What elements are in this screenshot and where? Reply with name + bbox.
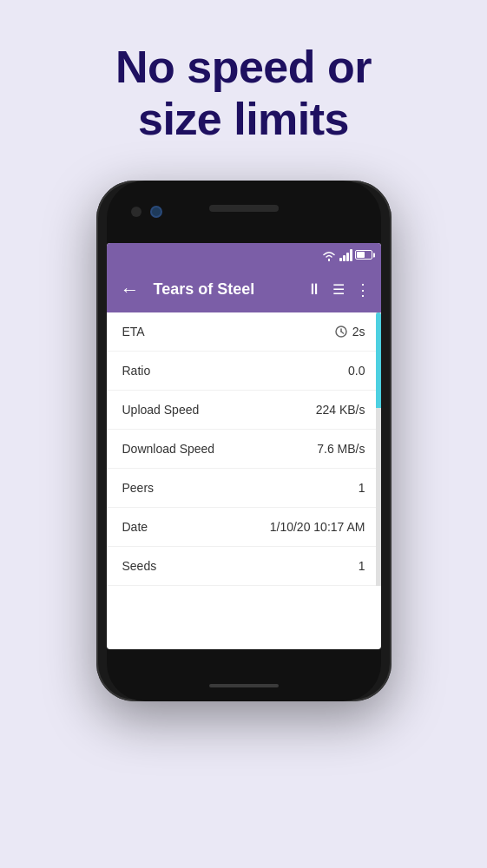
row-label: Download Speed (122, 442, 215, 456)
clock-icon (335, 326, 347, 338)
row-value: 7.6 MB/s (317, 442, 365, 456)
row-label: ETA (122, 325, 145, 339)
row-value: 1/10/20 10:17 AM (270, 520, 365, 534)
table-row: Date1/10/20 10:17 AM (107, 508, 381, 547)
row-label: Ratio (122, 364, 151, 378)
row-label: Date (122, 520, 148, 534)
table-row: Download Speed7.6 MB/s (107, 430, 381, 469)
phone-body: ← Tears of Steel ⏸ ☰ ⋮ ETA 2sRatio0.0Upl… (96, 181, 392, 701)
scroll-bar[interactable] (376, 312, 381, 586)
battery-fill (357, 252, 365, 258)
row-value: 224 KB/s (316, 403, 365, 417)
info-rows-container: ETA 2sRatio0.0Upload Speed224 KB/sDownlo… (107, 312, 381, 586)
back-button[interactable]: ← (117, 277, 143, 303)
app-title: Tears of Steel (154, 280, 296, 299)
signal-icon (339, 249, 352, 261)
row-label: Peers (122, 481, 155, 495)
camera-dot-main (150, 206, 162, 218)
row-label: Upload Speed (122, 403, 200, 417)
table-row: Ratio0.0 (107, 352, 381, 391)
more-button[interactable]: ⋮ (355, 280, 371, 299)
table-row: ETA 2s (107, 312, 381, 352)
content-area: ETA 2sRatio0.0Upload Speed224 KB/sDownlo… (107, 312, 381, 586)
app-bar: ← Tears of Steel ⏸ ☰ ⋮ (107, 267, 381, 312)
camera-dot-small (131, 207, 141, 217)
phone-screen: ← Tears of Steel ⏸ ☰ ⋮ ETA 2sRatio0.0Upl… (107, 243, 381, 649)
headline-text: No speed or size limits (115, 42, 372, 146)
pause-button[interactable]: ⏸ (306, 280, 322, 299)
svg-line-2 (341, 332, 344, 333)
status-icons (321, 249, 372, 261)
table-row: Peers1 (107, 469, 381, 508)
table-row: Seeds1 (107, 547, 381, 586)
battery-icon (355, 250, 372, 260)
row-value: 2s (335, 325, 365, 339)
table-row: Upload Speed224 KB/s (107, 391, 381, 430)
speaker-grille (209, 205, 279, 212)
wifi-icon (321, 249, 337, 261)
home-indicator (209, 684, 279, 687)
phone-mockup: ← Tears of Steel ⏸ ☰ ⋮ ETA 2sRatio0.0Upl… (96, 181, 392, 701)
camera-area (131, 206, 162, 218)
row-value: 1 (359, 559, 365, 573)
row-value: 0.0 (348, 364, 365, 378)
eta-value: 2s (352, 325, 365, 339)
scroll-fill (376, 312, 381, 408)
headline-section: No speed or size limits (81, 42, 406, 146)
phone-bottom-bezel (107, 649, 381, 701)
phone-top-bezel (107, 181, 381, 243)
status-bar (107, 243, 381, 267)
row-value: 1 (359, 481, 365, 495)
list-button[interactable]: ☰ (332, 281, 345, 298)
row-label: Seeds (122, 559, 157, 573)
app-actions: ⏸ ☰ ⋮ (306, 280, 371, 299)
